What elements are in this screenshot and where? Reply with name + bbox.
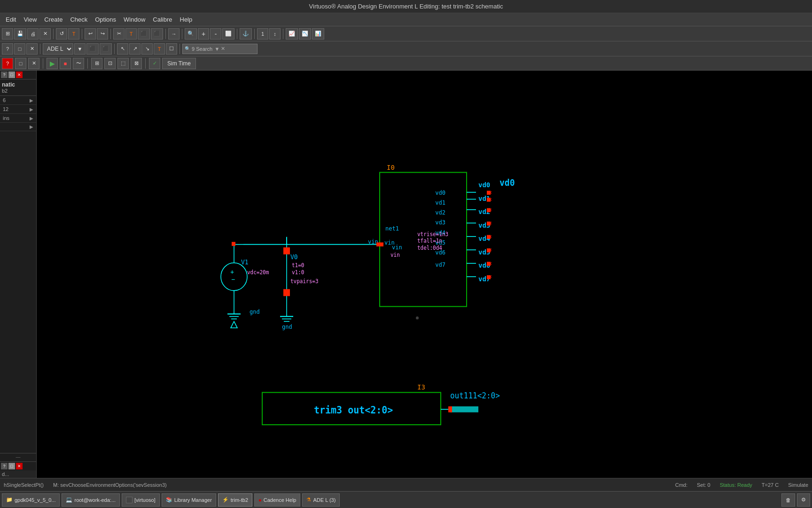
tb-box2[interactable]: ⬛: [151, 28, 163, 40]
taskbar-adel[interactable]: ⚗ ADE L (3): [302, 493, 340, 507]
svg-text:vin: vin: [390, 252, 400, 258]
panel-item-ins[interactable]: ins ▶: [0, 114, 36, 123]
menu-calibre[interactable]: Calibre: [149, 15, 176, 24]
sim-stop[interactable]: ■: [60, 58, 71, 69]
sim-run[interactable]: ▶: [47, 58, 58, 69]
tb-text2[interactable]: T: [125, 28, 137, 40]
tb2-cursor2[interactable]: ↗: [129, 43, 141, 55]
virtuoso-icon: [126, 497, 133, 503]
taskbar-virtuoso[interactable]: [virtuoso]: [122, 493, 160, 507]
tb2-btn3[interactable]: ✕: [26, 43, 38, 55]
sim-grid2[interactable]: ⊡: [104, 58, 116, 69]
sep11: [180, 44, 180, 54]
bottom-panel-min[interactable]: □: [8, 463, 15, 469]
taskbar-trash[interactable]: 🗑: [781, 493, 795, 507]
out111-label: out111<2:0>: [450, 391, 500, 401]
taskbar-gpdk[interactable]: 📁 gpdk045_v_5_0...: [2, 493, 60, 507]
sim-grid1[interactable]: ⊞: [91, 58, 102, 69]
title-text: Virtuoso® Analog Design Environment L Ed…: [309, 3, 503, 10]
menu-window[interactable]: Window: [120, 15, 149, 24]
sim-grid4[interactable]: ⊠: [131, 58, 142, 69]
sim-min[interactable]: □: [15, 58, 26, 69]
tb-wave2[interactable]: 📉: [299, 28, 311, 40]
tb-wave1[interactable]: 📈: [286, 28, 298, 40]
panel-item-6-label: 6: [3, 97, 6, 103]
svg-text:vdc=20m: vdc=20m: [247, 270, 269, 276]
tb2-icon2[interactable]: ⬛: [100, 43, 112, 55]
menu-bar: Edit View Create Check Options Window Ca…: [0, 13, 812, 26]
tb-zoom-fit[interactable]: 🔍: [185, 28, 197, 40]
gpdk-icon: 📁: [6, 497, 13, 503]
status-bar: hSingleSelectPt() M: sevChooseEnvironmen…: [0, 478, 812, 491]
search-clear[interactable]: ✕: [220, 45, 226, 53]
sim-close[interactable]: ✕: [28, 58, 39, 69]
menu-help[interactable]: Help: [176, 15, 196, 24]
tb2-btn1[interactable]: ?: [2, 43, 13, 55]
tb-redo[interactable]: ↪: [97, 28, 108, 40]
svg-rect-55: [283, 247, 290, 254]
tb2-cursor4[interactable]: T: [154, 43, 165, 55]
tb-updown[interactable]: ↕: [269, 28, 281, 40]
sim-help[interactable]: ?: [2, 58, 13, 69]
sim-grid3[interactable]: ⬚: [117, 58, 129, 69]
cadhelp-label: Cadence Help: [264, 497, 297, 503]
menu-create[interactable]: Create: [40, 15, 66, 24]
taskbar-cadhelp[interactable]: ● Cadence Help: [254, 493, 300, 507]
panel-item-12[interactable]: 12 ▶: [0, 105, 36, 114]
tb-text1[interactable]: T: [68, 28, 79, 40]
tb-new[interactable]: ⊞: [2, 28, 13, 40]
tb-zoom-box[interactable]: ⬜: [222, 28, 234, 40]
tb2-cursor3[interactable]: ↘: [141, 43, 153, 55]
tb-close[interactable]: ✕: [39, 28, 51, 40]
tb2-dropdown[interactable]: ▼: [74, 43, 86, 55]
panel-help-icon[interactable]: ?: [1, 71, 8, 78]
tb2-icon1[interactable]: ⬛: [86, 43, 99, 55]
bottom-panel-help[interactable]: ?: [1, 463, 8, 469]
taskbar-libman[interactable]: 📚 Library Manager: [162, 493, 216, 507]
sim-time-tab[interactable]: Sim Time: [162, 58, 196, 69]
panel-item-4[interactable]: ▶: [0, 123, 36, 131]
svg-text:v1:0: v1:0: [292, 270, 304, 276]
svg-rect-47: [380, 242, 383, 246]
taskbar: 📁 gpdk045_v_5_0... 💻 root@work-eda:... […: [0, 491, 812, 508]
menu-edit[interactable]: Edit: [2, 15, 20, 24]
schematic-canvas[interactable]: I0 vd0 vd1 vd2 vd3 vd4 vd5 vd6 vd7 vin v…: [37, 71, 812, 478]
panel-item-6[interactable]: 6 ▶: [0, 96, 36, 105]
bottom-panel-close[interactable]: ✕: [16, 463, 23, 469]
search-dropdown[interactable]: ▼: [214, 45, 220, 53]
panel-item-ins-arrow: ▶: [30, 116, 33, 121]
tb-zoom-in[interactable]: +: [198, 28, 209, 40]
tb-box1[interactable]: ⬛: [138, 28, 150, 40]
tb-zoom-out[interactable]: -: [210, 28, 221, 40]
sep2: [82, 29, 82, 39]
tb-refresh[interactable]: ↺: [56, 28, 67, 40]
tb-save[interactable]: 💾: [14, 28, 26, 40]
tb-1[interactable]: 1: [257, 28, 268, 40]
tb-anchor[interactable]: ⚓: [240, 28, 252, 40]
status-left: hSingleSelectPt(): [4, 482, 44, 488]
svg-rect-74: [232, 242, 235, 246]
trimtb2-icon: ⚡: [222, 497, 229, 503]
menu-view[interactable]: View: [20, 15, 40, 24]
tb-forward[interactable]: →: [168, 28, 180, 40]
ade-select[interactable]: ADE L: [43, 43, 73, 55]
menu-options[interactable]: Options: [91, 15, 120, 24]
panel-resize-handle[interactable]: —: [0, 453, 36, 460]
toolbar2: ? □ ✕ ADE L ▼ ⬛ ⬛ ↖ ↗ ↘ T ☐ 🔍 9 Search ▼…: [0, 41, 812, 56]
taskbar-settings[interactable]: ⚙: [797, 493, 810, 507]
taskbar-trimtb2[interactable]: ⚡ trim-tb2: [218, 493, 252, 507]
tb2-cursor1[interactable]: ↖: [117, 43, 128, 55]
menu-check[interactable]: Check: [66, 15, 91, 24]
tb-cut[interactable]: ✂: [113, 28, 125, 40]
tb-undo[interactable]: ↩: [85, 28, 96, 40]
svg-rect-34: [487, 191, 491, 195]
tb-wave3[interactable]: 📊: [312, 28, 324, 40]
panel-min-icon[interactable]: □: [8, 71, 15, 78]
tb2-select[interactable]: ☐: [166, 43, 177, 55]
tb2-btn2[interactable]: □: [14, 43, 25, 55]
sim-wave[interactable]: 〜: [73, 58, 84, 69]
schematic-svg: I0 vd0 vd1 vd2 vd3 vd4 vd5 vd6 vd7 vin v…: [37, 71, 812, 478]
tb-print[interactable]: 🖨: [27, 28, 39, 40]
panel-close-icon[interactable]: ✕: [16, 71, 23, 78]
taskbar-terminal[interactable]: 💻 root@work-eda:...: [62, 493, 120, 507]
